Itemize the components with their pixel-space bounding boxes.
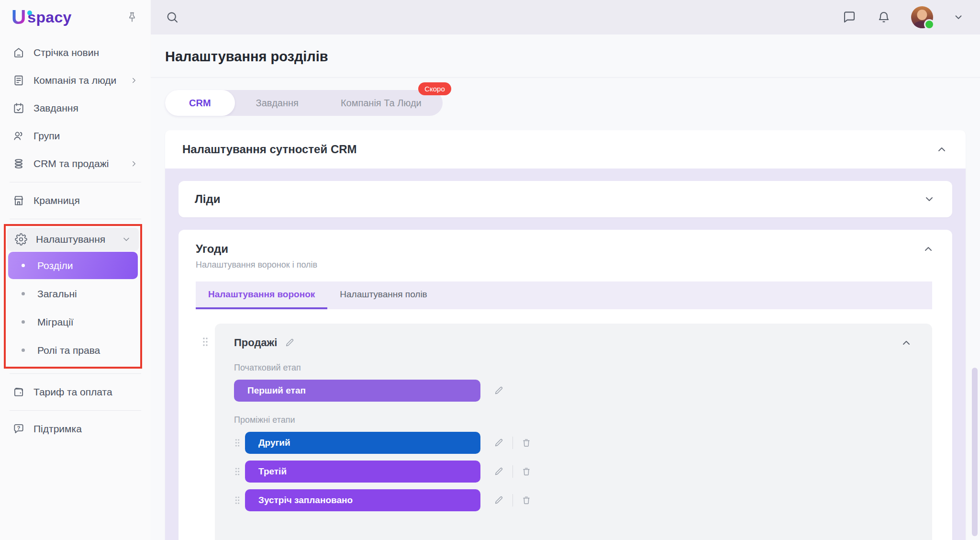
sidebar-item-news-feed[interactable]: Стрічка новин [4, 39, 147, 66]
divider [512, 494, 513, 506]
chat-icon [842, 10, 857, 24]
bullet-dot [22, 349, 25, 352]
tab-crm[interactable]: CRM [165, 90, 235, 116]
drag-handle-icon [234, 495, 241, 506]
crm-entities-header[interactable]: Налаштування сутностей CRM [165, 130, 966, 169]
uspacy-logo[interactable]: U spacy [11, 7, 72, 27]
sidebar-item-support[interactable]: ? Підтримка [4, 416, 147, 442]
tab-tasks[interactable]: Завдання [235, 90, 320, 116]
bell-icon [877, 10, 891, 24]
scrollbar-thumb[interactable] [972, 368, 978, 536]
sidebar-subitem-label: Ролі та права [37, 345, 100, 356]
crm-entities-title: Налаштування сутностей CRM [182, 143, 935, 156]
topbar [151, 0, 980, 34]
edit-funnel-name-button[interactable] [284, 337, 296, 349]
chevron-right-icon [130, 159, 138, 168]
online-status-dot [924, 19, 935, 30]
collapse-deals-button[interactable] [922, 242, 935, 256]
stage-row: Зустріч заплановано [234, 489, 913, 511]
divider [10, 219, 141, 219]
edit-stage-button[interactable] [493, 465, 505, 478]
delete-stage-button[interactable] [520, 437, 533, 449]
sidebar-subitem-sections[interactable]: Розділи [8, 252, 138, 279]
funnel-name: Продажі [234, 337, 277, 349]
leads-accordion[interactable]: Ліди [178, 181, 952, 217]
sidebar-subitem-general[interactable]: Загальні [8, 280, 138, 307]
sidebar-item-groups[interactable]: Групи [4, 123, 147, 149]
chat-button[interactable] [842, 10, 857, 24]
logo-dot [27, 11, 32, 15]
chevron-down-icon [122, 235, 131, 244]
sidebar-header: U spacy [0, 0, 151, 34]
deals-accordion: Угоди Налаштування воронок і полів Налаш… [178, 230, 952, 540]
edit-stage-button[interactable] [493, 437, 505, 449]
user-menu-button[interactable] [953, 12, 964, 22]
stage-third[interactable]: Третій [245, 461, 480, 483]
sidebar-subitem-roles-rights[interactable]: Ролі та права [8, 337, 138, 364]
pencil-icon [494, 466, 504, 477]
funnel-zone: Продажі [178, 309, 952, 540]
database-icon [12, 158, 25, 170]
edit-stage-button[interactable] [493, 384, 505, 397]
trash-icon [521, 438, 532, 448]
sidebar-item-label: Підтримка [33, 423, 138, 435]
stage-second[interactable]: Другий [245, 432, 480, 454]
stage-row: Перший етап [234, 380, 913, 402]
crm-entities-settings-card: Налаштування сутностей CRM Ліди [165, 130, 966, 540]
bullet-dot [22, 292, 25, 295]
gear-icon [15, 233, 27, 246]
collapse-funnel-button[interactable] [900, 336, 913, 349]
delete-stage-button[interactable] [520, 494, 533, 506]
stage-drag-handle[interactable] [234, 438, 241, 448]
page: Налаштування розділів CRM Завдання Компа… [151, 34, 980, 540]
page-header: Налаштування розділів [151, 34, 980, 78]
search-button[interactable] [165, 10, 179, 24]
sidebar: U spacy Стрічка новин Комп [0, 0, 151, 540]
chevron-up-icon [923, 243, 934, 255]
collapse-section-button[interactable] [935, 143, 948, 156]
sidebar-item-label: Крамниця [33, 195, 138, 206]
divider [10, 182, 141, 182]
pin-icon [126, 11, 138, 23]
delete-stage-button[interactable] [520, 465, 533, 478]
trash-icon [521, 495, 532, 506]
support-icon: ? [12, 423, 25, 435]
wallet-icon [12, 386, 25, 398]
edit-stage-button[interactable] [493, 494, 505, 506]
sidebar-item-crm-sales[interactable]: CRM та продажі [4, 150, 147, 177]
sidebar-item-label: Налаштування [36, 234, 113, 245]
sidebar-subitem-label: Загальні [37, 288, 77, 300]
sidebar-subitem-label: Розділи [37, 260, 73, 271]
tab-fields-settings[interactable]: Налаштування полів [327, 281, 439, 309]
leads-title: Ліди [195, 192, 923, 206]
funnel-drag-handle[interactable] [196, 324, 215, 540]
pin-sidebar-button[interactable] [124, 9, 140, 25]
tab-funnel-settings[interactable]: Налаштування воронок [196, 281, 327, 309]
app-root: U spacy Стрічка новин Комп [0, 0, 980, 540]
sidebar-subitem-migrations[interactable]: Міграції [8, 308, 138, 336]
main-area: Налаштування розділів CRM Завдання Компа… [151, 0, 980, 540]
pencil-icon [494, 438, 504, 448]
calendar-check-icon [12, 102, 25, 114]
stage-meeting-scheduled[interactable]: Зустріч заплановано [245, 489, 480, 511]
notifications-button[interactable] [877, 10, 891, 24]
annotation-highlight-box: Налаштування Розділи Загальні Міграції [4, 224, 142, 369]
avatar[interactable] [911, 6, 933, 28]
stage-drag-handle[interactable] [234, 466, 241, 477]
pencil-icon [285, 338, 295, 348]
chevron-down-icon [924, 193, 935, 205]
stage-first[interactable]: Перший етап [234, 380, 480, 402]
divider [10, 373, 141, 374]
sidebar-item-settings[interactable]: Налаштування [7, 228, 139, 251]
sidebar-item-tariff-payment[interactable]: Тариф та оплата [4, 379, 147, 405]
drag-handle-icon [234, 438, 241, 448]
store-icon [12, 194, 25, 207]
sidebar-item-label: Завдання [33, 102, 138, 114]
sidebar-item-company-people[interactable]: Компанія та люди [4, 67, 147, 94]
expand-leads-button[interactable] [923, 192, 936, 206]
stage-row: Третій [234, 461, 913, 483]
sidebar-item-tasks[interactable]: Завдання [4, 95, 147, 122]
stage-drag-handle[interactable] [234, 495, 241, 506]
sidebar-item-marketplace[interactable]: Крамниця [4, 187, 147, 214]
building-icon [12, 74, 25, 87]
